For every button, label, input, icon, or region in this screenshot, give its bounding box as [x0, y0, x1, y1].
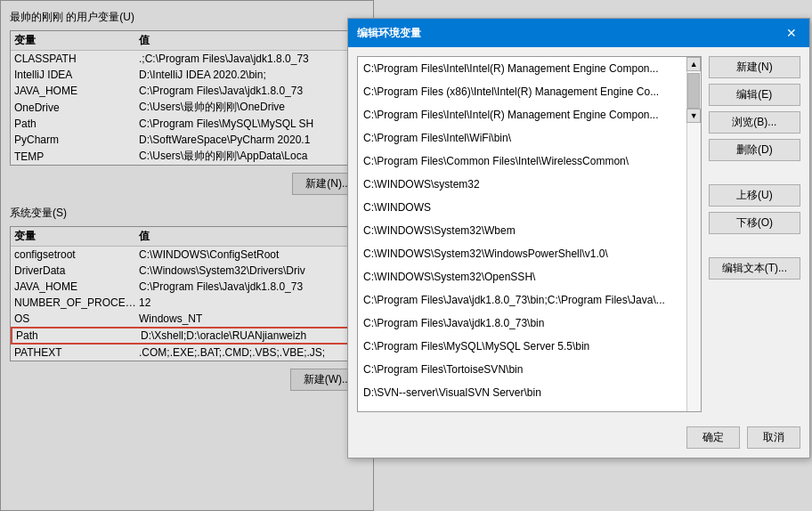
path-list-item[interactable]: C:\Program Files\Intel\WiFi\bin\ — [358, 126, 686, 150]
browse-path-btn[interactable]: 浏览(B)... — [709, 111, 800, 134]
dialog-titlebar: 编辑环境变量 ✕ — [348, 19, 809, 47]
path-list-items: C:\Program Files\Intel\Intel(R) Manageme… — [358, 57, 686, 411]
dialog-bottom-buttons: 确定 取消 — [348, 421, 809, 458]
path-list-item[interactable]: D:\SVN--server\VisualSVN Server\bin — [358, 381, 686, 404]
path-list-item[interactable]: C:\WINDOWS — [358, 196, 686, 219]
path-list-item[interactable]: C:\WINDOWS\system32 — [358, 173, 686, 196]
dialog-close-btn[interactable]: ✕ — [783, 24, 800, 42]
scroll-thumb[interactable] — [687, 73, 700, 109]
path-list-item[interactable]: C:\WINDOWS\System32\OpenSSH\ — [358, 265, 686, 288]
path-list-item[interactable]: C:\Program Files\Java\jdk1.8.0_73\bin — [358, 312, 686, 335]
delete-path-btn[interactable]: 删除(D) — [709, 139, 800, 161]
path-list-item[interactable]: C:\WINDOWS\System32\Wbem — [358, 219, 686, 242]
path-list-item[interactable]: C:\Program Files\Intel\Intel(R) Manageme… — [358, 103, 686, 126]
new-path-btn[interactable]: 新建(N) — [709, 56, 800, 78]
dialog-action-buttons: 新建(N) 编辑(E) 浏览(B)... 删除(D) 上移(U) 下移(O) 编… — [709, 56, 800, 412]
scroll-down-btn[interactable]: ▼ — [686, 109, 701, 123]
path-list-item[interactable]: C:\Program Files\TortoiseSVN\bin — [358, 358, 686, 381]
path-list-item[interactable]: C:\Program Files\MySQL\MySQL Server 5.5\… — [358, 335, 686, 358]
cancel-btn[interactable]: 取消 — [747, 426, 800, 449]
path-list-item[interactable]: C:\WINDOWS\System32\WindowsPowerShell\v1… — [358, 242, 686, 265]
edit-text-btn[interactable]: 编辑文本(T)... — [709, 257, 800, 280]
path-list-item[interactable]: C:\Program Files\Intel\Intel(R) Manageme… — [358, 57, 686, 80]
scrollbar-track[interactable]: ▲ ▼ — [686, 57, 701, 411]
path-list-item[interactable]: C:\Program Files\Common Files\Intel\Wire… — [358, 150, 686, 173]
dialog-content: C:\Program Files\Intel\Intel(R) Manageme… — [348, 47, 809, 421]
path-list-item[interactable]: C:\Program Files\NVIDIA Corporation\NVID… — [358, 404, 686, 411]
move-down-btn[interactable]: 下移(O) — [709, 212, 800, 234]
dialog-title: 编辑环境变量 — [357, 26, 421, 41]
path-list-item[interactable]: C:\Program Files\Java\jdk1.8.0_73\bin;C:… — [358, 288, 686, 312]
edit-path-btn[interactable]: 编辑(E) — [709, 84, 800, 106]
confirm-btn[interactable]: 确定 — [686, 426, 740, 449]
path-list-item[interactable]: C:\Program Files (x86)\Intel\Intel(R) Ma… — [358, 80, 686, 103]
move-up-btn[interactable]: 上移(U) — [709, 184, 800, 207]
edit-env-dialog: 编辑环境变量 ✕ C:\Program Files\Intel\Intel(R)… — [347, 18, 810, 458]
scroll-up-btn[interactable]: ▲ — [686, 57, 701, 71]
path-list-container: C:\Program Files\Intel\Intel(R) Manageme… — [357, 56, 702, 412]
